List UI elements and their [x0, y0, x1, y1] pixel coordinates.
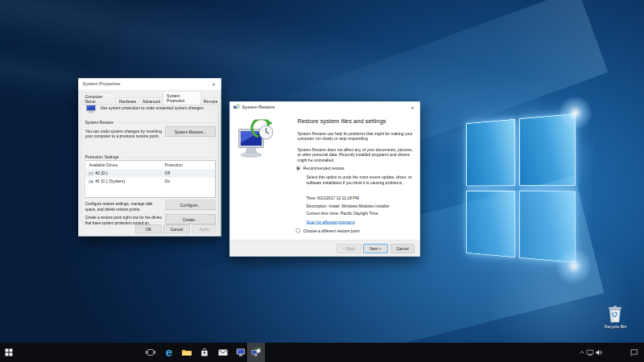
window-title: System Restore [242, 105, 275, 109]
restore-point-timezone: Current time zone: Pacific Daylight Time [307, 211, 378, 216]
system-restore-window: System Restore ✕ Restore sy [229, 101, 420, 257]
windows-logo-pane [466, 191, 515, 257]
recommended-restore-radio[interactable] [296, 167, 301, 171]
column-available-drives[interactable]: Available Drives [89, 162, 118, 167]
system-restore-group-text: You can undo system changes by reverting… [85, 129, 168, 139]
speaker-icon [596, 349, 603, 356]
tab-system-protection[interactable]: System Protection [163, 92, 201, 106]
protection-settings-group-label: Protection Settings [85, 155, 216, 160]
close-icon[interactable]: ✕ [210, 80, 218, 88]
start-button[interactable] [0, 343, 18, 362]
wizard-heading: Restore system files and settings [298, 117, 419, 125]
wizard-cancel-button[interactable]: Cancel [391, 245, 415, 253]
ok-button[interactable]: OK [136, 225, 162, 234]
create-button[interactable]: Create... [166, 215, 216, 225]
protection-intro-text: Use system protection to undo unwanted s… [101, 105, 219, 111]
wizard-paragraph-1: System Restore can help fix problems tha… [298, 131, 415, 142]
drive-name: #2 (D:) [96, 171, 108, 176]
configure-text: Configure restore settings, manage disk … [85, 202, 165, 212]
windows-logo [466, 113, 576, 263]
chevron-up-icon [579, 351, 584, 354]
windows-logo-pane [466, 119, 515, 186]
recycle-bin-icon[interactable] [606, 304, 624, 323]
system-restore-titlebar[interactable]: System Restore ✕ [230, 102, 420, 113]
task-view-button[interactable] [142, 343, 159, 362]
windows-logo-pane [519, 113, 576, 186]
drive-protection: On [165, 179, 171, 184]
recommended-restore-description: Select this option to undo the most rece… [307, 175, 422, 185]
cancel-button[interactable]: Cancel [164, 225, 190, 234]
system-properties-window: System Properties ✕ Computer Name Hardwa… [78, 78, 221, 237]
tab-remote[interactable]: Remote [200, 97, 221, 105]
system-restore-button[interactable]: System Restore... [166, 127, 216, 138]
list-header[interactable]: Available Drives Protection [86, 161, 215, 170]
windows-start-icon [6, 349, 13, 356]
task-view-icon [146, 349, 156, 356]
tab-strip: Computer Name Hardware Advanced System P… [82, 92, 221, 106]
drive-protection: Off [165, 171, 171, 176]
restore-point-description: Description: Install: Windows Modules In… [307, 204, 390, 209]
configure-button[interactable]: Configure... [166, 200, 216, 211]
taskbar: Ask me anything e [0, 343, 644, 362]
drive-row-c[interactable]: #1 (C:) (System) On [86, 178, 215, 186]
wizard-paragraph-2: System Restore does not affect any of yo… [298, 147, 417, 163]
system-restore-group-label: System Restore [85, 121, 216, 125]
different-restore-point-label[interactable]: Choose a different restore point [303, 228, 416, 234]
tab-computer-name[interactable]: Computer Name [82, 93, 117, 106]
drive-name: #1 (C:) (System) [96, 179, 126, 184]
system-restore-artwork [237, 120, 276, 162]
recycle-bin-label[interactable]: Recycle Bin [599, 324, 632, 329]
column-protection[interactable]: Protection [165, 162, 184, 167]
tab-hardware[interactable]: Hardware [116, 97, 139, 105]
tab-advanced[interactable]: Advanced [139, 97, 163, 105]
windows-logo-pane [519, 191, 576, 263]
system-properties-taskbar-icon [236, 348, 246, 357]
restore-point-time: Time: 6/21/2017 12:11:18 PM [307, 195, 359, 201]
system-restore-window-icon [233, 105, 240, 113]
scan-affected-programs-link[interactable]: Scan for affected programs [307, 220, 355, 225]
mail-button[interactable] [214, 343, 232, 362]
system-properties-titlebar[interactable]: System Properties ✕ [79, 79, 221, 90]
file-explorer-button[interactable] [178, 343, 196, 362]
desktop: Recycle Bin System Properties ✕ Computer… [0, 0, 644, 362]
drive-row-d[interactable]: #2 (D:) Off [86, 170, 215, 178]
store-icon [200, 348, 208, 357]
mail-icon [218, 349, 228, 356]
edge-browser-button[interactable]: e [160, 343, 178, 362]
wizard-button-bar: < Back Next > Cancel [230, 240, 420, 257]
system-restore-taskbar-icon [251, 348, 262, 357]
system-restore-taskbar-button[interactable] [247, 343, 265, 362]
protection-drives-list[interactable]: Available Drives Protection #2 (D:) Off … [85, 161, 216, 198]
window-title: System Properties [83, 81, 121, 86]
create-text: Create a restore point right now for the… [85, 216, 165, 226]
store-button[interactable] [196, 343, 213, 362]
edge-icon: e [166, 347, 172, 359]
recommended-restore-label[interactable]: Recommended restore: [303, 166, 416, 171]
next-button[interactable]: Next > [364, 245, 388, 253]
action-center-icon [630, 349, 638, 356]
back-button[interactable]: < Back [337, 245, 361, 253]
action-center-button[interactable] [627, 343, 641, 362]
close-icon[interactable]: ✕ [409, 104, 417, 112]
wizard-body: Restore system files and settings System… [230, 113, 420, 241]
different-restore-point-radio[interactable] [296, 228, 301, 233]
volume-tray-button[interactable] [593, 343, 605, 362]
system-protection-icon [86, 105, 97, 116]
file-explorer-icon [182, 348, 192, 356]
apply-button[interactable]: Apply [192, 225, 217, 234]
